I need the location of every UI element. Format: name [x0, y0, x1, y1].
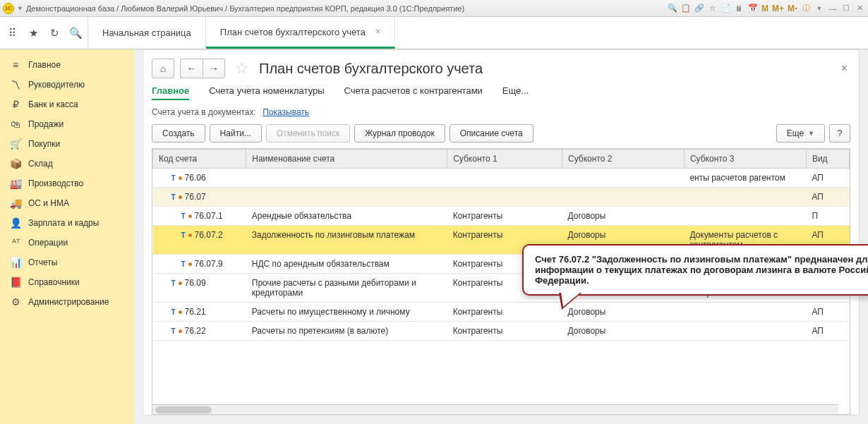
sub2-cell	[562, 169, 684, 188]
code-value: 76.07.2	[195, 230, 223, 240]
dot-icon	[179, 281, 182, 285]
tab-start-page[interactable]: Начальная страница	[88, 17, 206, 49]
sidebar-item-label: Операции	[28, 238, 68, 248]
favorite-icon[interactable]: ☆	[235, 59, 249, 78]
sidebar-item-icon: 📊	[10, 257, 21, 268]
minimize-button[interactable]: —	[827, 3, 838, 14]
tb-icon[interactable]: 📋	[680, 3, 692, 14]
close-button[interactable]: ✕	[854, 3, 865, 14]
col-kind[interactable]: Вид	[806, 150, 849, 169]
tb-icon[interactable]: 📅	[747, 3, 759, 14]
sidebar-item-7[interactable]: 🚚ОС и НМА	[0, 193, 134, 213]
table-row[interactable]: T76.22Расчеты по претензиям (в валюте)Ко…	[153, 322, 850, 341]
code-value: 76.22	[185, 326, 206, 336]
maximize-button[interactable]: ☐	[840, 3, 852, 14]
col-sub3[interactable]: Субконто 3	[684, 150, 806, 169]
sidebar-item-10[interactable]: 📊Отчеты	[0, 253, 134, 272]
memory-m[interactable]: M	[761, 3, 769, 14]
subtab-main[interactable]: Главное	[152, 85, 189, 100]
horizontal-scrollbar[interactable]	[152, 404, 838, 414]
tb-icon[interactable]: 🔍	[667, 3, 678, 14]
sub1-cell	[447, 169, 562, 188]
sub3-cell	[684, 188, 806, 207]
home-button[interactable]: ⌂	[152, 59, 174, 78]
sidebar-item-3[interactable]: 🛍Продажи	[0, 114, 134, 134]
kind-cell: АП	[806, 169, 849, 188]
find-button[interactable]: Найти...	[210, 124, 262, 143]
create-button[interactable]: Создать	[152, 124, 205, 143]
sidebar-item-8[interactable]: 👤Зарплата и кадры	[0, 213, 134, 233]
sidebar-item-12[interactable]: ⚙Администрирование	[0, 292, 134, 312]
more-button[interactable]: Еще▼	[776, 124, 825, 143]
sidebar-item-label: Продажи	[28, 119, 64, 129]
dropdown-icon[interactable]: ▼	[17, 5, 23, 12]
table-row[interactable]: T76.06енты расчетов рагентомАП	[153, 169, 850, 188]
table-row[interactable]: T76.07.1Арендные обязательстваКонтрагент…	[153, 207, 850, 226]
back-button[interactable]: ←	[180, 59, 203, 78]
scroll-thumb[interactable]	[155, 406, 212, 413]
subtab-nomenclature[interactable]: Счета учета номенклатуры	[209, 85, 324, 100]
name-cell: Задолженность по лизинговым платежам	[246, 226, 447, 255]
memory-mplus[interactable]: M+	[771, 3, 785, 14]
name-cell: НДС по арендным обязательствам	[246, 255, 447, 274]
filter-link[interactable]: Показывать	[263, 107, 309, 117]
memory-mminus[interactable]: M-	[787, 3, 798, 14]
sidebar-item-11[interactable]: 📕Справочники	[0, 272, 134, 292]
col-sub2[interactable]: Субконто 2	[562, 150, 684, 169]
tab-chart-of-accounts[interactable]: План счетов бухгалтерского учета ×	[206, 17, 395, 49]
page-header: ⌂ ← → ☆ План счетов бухгалтерского учета…	[152, 59, 850, 78]
col-name[interactable]: Наименование счета	[246, 150, 447, 169]
forward-button[interactable]: →	[203, 59, 225, 78]
journal-button[interactable]: Журнал проводок	[354, 124, 445, 143]
sidebar-item-6[interactable]: 🏭Производство	[0, 174, 134, 193]
search-icon[interactable]: 🔍	[69, 27, 82, 40]
table-row[interactable]: T76.07АП	[153, 188, 850, 207]
sub2-cell: Договоры	[562, 207, 684, 226]
system-icons: 🔍 📋 🔗 ☆ 📄 🖩 📅 M M+ M- ⓘ ▼ — ☐ ✕	[667, 3, 865, 14]
tb-icon[interactable]: ☆	[707, 3, 718, 14]
sidebar-item-4[interactable]: 🛒Покупки	[0, 134, 134, 154]
grid-icon[interactable]: ⠿	[6, 27, 18, 40]
sidebar-item-icon: 👤	[10, 217, 21, 229]
close-icon[interactable]: ×	[375, 27, 380, 37]
kind-cell: АП	[806, 303, 849, 322]
table-row[interactable]: T76.21Расчеты по имущественному и личном…	[153, 303, 850, 322]
subtab-more[interactable]: Еще...	[502, 85, 529, 100]
help-button[interactable]: ?	[829, 124, 850, 143]
name-cell: Расчеты по имущественному и личному	[246, 303, 447, 322]
action-bar: Создать Найти... Отменить поиск Журнал п…	[152, 124, 850, 143]
sidebar-item-1[interactable]: 〽Руководителю	[0, 75, 134, 95]
sidebar-item-label: Отчеты	[28, 258, 57, 267]
sidebar-item-9[interactable]: ᴬᵀОперации	[0, 233, 134, 253]
dot-icon	[188, 234, 192, 237]
tb-icon[interactable]: 🔗	[694, 3, 705, 14]
history-icon[interactable]: ↻	[48, 27, 61, 40]
name-cell	[246, 188, 447, 207]
top-toolbar: ⠿ ★ ↻ 🔍 Начальная страница План счетов б…	[0, 17, 868, 49]
account-icon: T	[171, 327, 176, 335]
sidebar-item-label: Администрирование	[28, 297, 109, 307]
sidebar-item-label: Покупки	[28, 139, 60, 149]
sidebar-item-icon: 🚚	[10, 198, 21, 209]
description-button[interactable]: Описание счета	[450, 124, 534, 143]
subtab-counterparties[interactable]: Счета расчетов с контрагентами	[344, 85, 483, 100]
cancel-search-button: Отменить поиск	[266, 124, 350, 143]
star-icon[interactable]: ★	[27, 27, 40, 40]
sub3-cell: енты расчетов рагентом	[684, 169, 806, 188]
sidebar-item-0[interactable]: ≡Главное	[0, 55, 134, 75]
sidebar-item-2[interactable]: ₽Банк и касса	[0, 95, 134, 114]
window-titlebar: 1C ▼ Демонстрационная база / Любимов Вал…	[0, 0, 868, 17]
navigation-sidebar: ≡Главное〽Руководителю₽Банк и касса🛍Прода…	[0, 49, 134, 424]
page-close-button[interactable]: ×	[838, 59, 850, 78]
account-icon: T	[171, 174, 176, 182]
info-icon[interactable]: ⓘ	[800, 3, 812, 14]
tb-icon[interactable]: 🖩	[734, 3, 745, 14]
sub1-cell	[447, 188, 562, 207]
col-code[interactable]: Код счета	[153, 150, 246, 169]
col-sub1[interactable]: Субконто 1	[447, 150, 562, 169]
dot-icon	[179, 176, 182, 180]
sidebar-item-5[interactable]: 📦Склад	[0, 154, 134, 174]
tb-icon[interactable]: 📄	[721, 3, 732, 14]
sub3-cell	[684, 303, 806, 322]
tb-dropdown-icon[interactable]: ▼	[814, 3, 825, 14]
